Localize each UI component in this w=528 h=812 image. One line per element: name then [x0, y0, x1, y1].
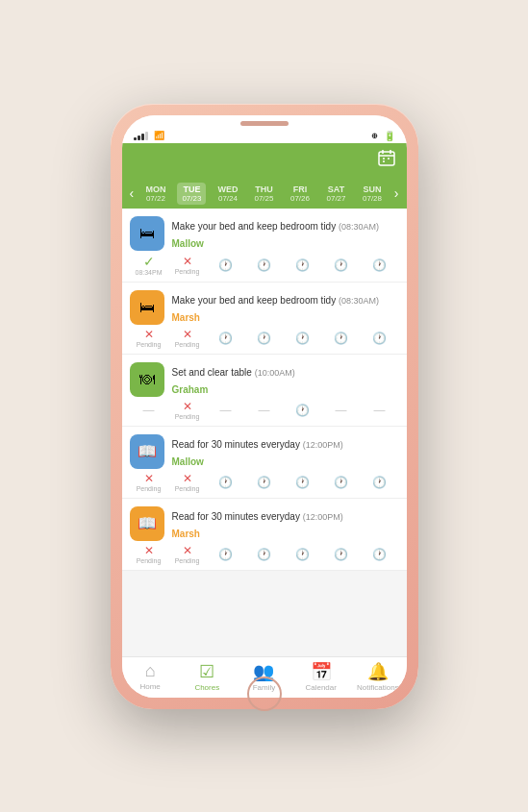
status-left: 📶	[134, 131, 164, 140]
day-status-5: 🕐	[328, 477, 355, 488]
status-dash-icon: —	[259, 405, 270, 416]
status-label: Pending	[137, 485, 162, 492]
status-x-icon: ✕	[183, 473, 192, 484]
day-item-sat[interactable]: SAT07/27	[322, 183, 351, 205]
day-date: 07/28	[363, 194, 382, 203]
day-status-5: 🕐	[328, 549, 355, 560]
status-clock-icon: 🕐	[372, 549, 387, 560]
status-label: Pending	[175, 557, 200, 564]
nav-icon-chores: ☑	[199, 661, 214, 682]
day-status-6: 🕐	[366, 477, 393, 488]
day-status-6: 🕐	[366, 549, 393, 560]
chore-card: 🍽 Set and clear table (10:00AM) Graham —…	[122, 355, 407, 427]
status-check-icon: ✓	[143, 255, 155, 268]
phone-speaker	[240, 121, 289, 126]
day-status-4: 🕐	[289, 477, 316, 488]
day-item-tue[interactable]: TUE07/23	[177, 183, 206, 205]
chore-top: 🛏 Make your bed and keep bedroom tidy (0…	[130, 216, 399, 251]
chore-title: Read for 30 minutes everyday (12:00PM)	[172, 511, 343, 522]
chore-card: 🛏 Make your bed and keep bedroom tidy (0…	[122, 209, 407, 283]
day-status-0: —	[136, 405, 163, 416]
chore-text: Set and clear table (10:00AM) Graham	[172, 362, 399, 397]
day-status-2: 🕐	[212, 259, 239, 271]
next-week-button[interactable]: ›	[390, 184, 403, 203]
chore-title: Make your bed and keep bedroom tidy (08:…	[172, 295, 379, 306]
status-clock-icon: 🕐	[295, 477, 310, 488]
chore-title: Make your bed and keep bedroom tidy (08:…	[172, 221, 379, 232]
chore-days-row: — ✕ Pending — — 🕐 — —	[130, 401, 399, 420]
day-item-thu[interactable]: THU07/25	[249, 183, 278, 205]
day-status-3: 🕐	[251, 332, 278, 344]
day-item-sun[interactable]: SUN07/28	[358, 183, 387, 205]
status-clock-icon: 🕐	[295, 549, 310, 560]
day-status-1: ✕ Pending	[174, 401, 201, 420]
chore-title: Read for 30 minutes everyday (12:00PM)	[172, 439, 343, 450]
day-status-3: 🕐	[251, 549, 278, 560]
nav-icon-notifications: 🔔	[367, 661, 389, 682]
day-name: SUN	[364, 185, 382, 194]
day-item-mon[interactable]: MON07/22	[141, 183, 170, 205]
chore-time: (12:00PM)	[303, 512, 343, 522]
status-label: 08:34PM	[135, 269, 162, 276]
day-name: SAT	[328, 185, 344, 194]
prev-week-button[interactable]: ‹	[126, 184, 138, 203]
day-date: 07/26	[290, 194, 310, 203]
calendar-filter-icon[interactable]	[378, 149, 395, 169]
nav-item-home[interactable]: ⌂ Home	[127, 661, 173, 691]
status-x-icon: ✕	[183, 545, 192, 556]
chore-card: 📖 Read for 30 minutes everyday (12:00PM)…	[122, 427, 407, 499]
phone-screen: 📶 ⊕ 🔋	[122, 115, 407, 698]
day-date: 07/24	[218, 194, 238, 203]
day-item-fri[interactable]: FRI07/26	[286, 183, 314, 205]
days-row: MON07/22TUE07/23WED07/24THU07/25FRI07/26…	[138, 183, 390, 205]
day-status-4: 🕐	[289, 259, 315, 271]
signal-bar-4	[145, 132, 148, 140]
status-label: Pending	[175, 485, 200, 492]
day-status-6: 🕐	[366, 332, 393, 344]
status-clock-icon: 🕐	[372, 477, 387, 488]
day-status-2: 🕐	[213, 477, 239, 488]
signal-bar-3	[141, 134, 144, 140]
chore-person: Mallow	[172, 238, 204, 249]
status-label: Pending	[175, 341, 200, 348]
day-status-5: 🕐	[327, 259, 354, 271]
chore-top: 📖 Read for 30 minutes everyday (12:00PM)…	[130, 434, 399, 469]
chore-days-row: ✕ Pending ✕ Pending 🕐 🕐 🕐 🕐 🕐	[130, 329, 399, 348]
location-icon: ⊕	[371, 132, 378, 140]
day-date: 07/22	[146, 194, 165, 203]
day-status-4: 🕐	[289, 549, 316, 560]
day-status-6: —	[366, 405, 393, 416]
day-status-1: ✕ Pending	[174, 329, 201, 348]
status-clock-icon: 🕐	[334, 259, 348, 271]
wifi-icon: 📶	[154, 131, 164, 140]
chore-top: 🛏 Make your bed and keep bedroom tidy (0…	[130, 290, 399, 325]
chore-person: Marsh	[172, 312, 200, 323]
day-item-wed[interactable]: WED07/24	[214, 183, 242, 205]
nav-item-calendar[interactable]: 📅 Calendar	[298, 661, 344, 692]
day-status-1: ✕ Pending	[174, 473, 201, 492]
status-label: Pending	[137, 557, 162, 564]
day-status-5: —	[328, 405, 355, 416]
status-dash-icon: —	[336, 405, 347, 416]
chore-icon: 🍽	[130, 362, 164, 397]
chore-text: Make your bed and keep bedroom tidy (08:…	[172, 290, 399, 325]
nav-item-chores[interactable]: ☑ Chores	[184, 661, 230, 692]
day-date: 07/27	[326, 194, 345, 203]
day-status-2: 🕐	[213, 549, 239, 560]
status-clock-icon: 🕐	[334, 477, 348, 488]
status-dash-icon: —	[220, 405, 232, 416]
chore-card: 📖 Read for 30 minutes everyday (12:00PM)…	[122, 499, 407, 571]
day-status-0: ✕ Pending	[136, 473, 163, 492]
day-name: WED	[217, 185, 238, 194]
status-clock-icon: 🕐	[218, 259, 233, 271]
status-label: Pending	[137, 341, 162, 348]
status-x-icon: ✕	[144, 329, 154, 340]
status-clock-icon: 🕐	[295, 259, 310, 271]
status-x-icon: ✕	[144, 473, 154, 484]
phone-home-button[interactable]	[247, 677, 282, 711]
day-name: FRI	[293, 185, 308, 194]
day-status-1: ✕ Pending	[174, 256, 201, 275]
chore-days-row: ✕ Pending ✕ Pending 🕐 🕐 🕐 🕐 🕐	[130, 473, 399, 492]
chore-person: Graham	[172, 384, 209, 395]
nav-item-notifications[interactable]: 🔔 Notifications	[355, 661, 401, 692]
